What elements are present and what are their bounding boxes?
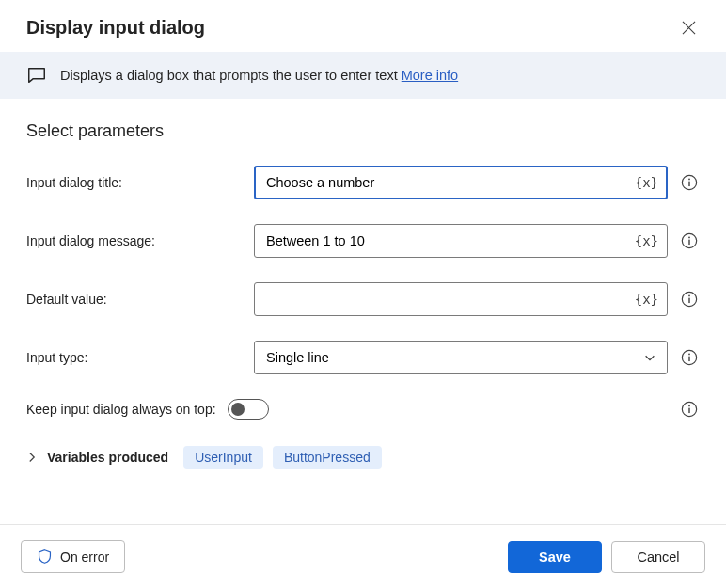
dialog-footer: On error Save Cancel: [0, 524, 726, 588]
message-label: Input dialog message:: [26, 233, 243, 248]
info-icon: [681, 232, 698, 249]
info-button-message[interactable]: [679, 230, 700, 251]
info-button-title[interactable]: [679, 172, 700, 193]
variable-badge[interactable]: UserInput: [183, 446, 263, 469]
banner-text: Displays a dialog box that prompts the u…: [60, 68, 458, 83]
info-icon: [681, 174, 698, 191]
svg-point-13: [688, 405, 690, 407]
on-error-button[interactable]: On error: [21, 540, 125, 573]
title-input[interactable]: [254, 166, 668, 199]
default-label: Default value:: [26, 292, 243, 307]
info-banner: Displays a dialog box that prompts the u…: [0, 52, 726, 99]
variables-label: Variables produced: [47, 450, 168, 465]
type-select[interactable]: Single line: [254, 341, 668, 374]
save-button[interactable]: Save: [508, 541, 602, 573]
toggle-knob: [231, 403, 245, 416]
svg-rect-2: [688, 182, 689, 186]
type-label: Input type:: [26, 350, 243, 365]
default-input[interactable]: [254, 282, 668, 316]
message-input[interactable]: [254, 224, 668, 258]
title-label: Input dialog title:: [26, 175, 243, 190]
variable-picker-button[interactable]: {x}: [633, 231, 660, 250]
svg-point-7: [688, 295, 690, 297]
variable-picker-button[interactable]: {x}: [633, 290, 660, 309]
info-icon: [681, 401, 698, 418]
close-button[interactable]: [678, 17, 700, 39]
info-button-default[interactable]: [679, 289, 700, 310]
shield-icon: [37, 548, 53, 564]
variables-produced-row[interactable]: Variables produced UserInput ButtonPress…: [26, 446, 700, 469]
on-error-label: On error: [60, 549, 109, 564]
info-icon: [681, 349, 698, 366]
ontop-toggle[interactable]: [228, 399, 269, 420]
variable-picker-button[interactable]: {x}: [633, 173, 660, 192]
close-icon: [682, 21, 696, 35]
svg-rect-11: [688, 357, 689, 361]
more-info-link[interactable]: More info: [402, 68, 458, 83]
svg-point-4: [688, 237, 690, 239]
message-icon: [26, 65, 47, 86]
ontop-label: Keep input dialog always on top:: [26, 402, 216, 417]
svg-point-10: [688, 354, 690, 356]
svg-rect-5: [688, 240, 689, 245]
section-title: Select parameters: [26, 121, 700, 141]
svg-point-1: [688, 179, 690, 181]
svg-rect-8: [688, 298, 689, 303]
info-button-type[interactable]: [679, 347, 700, 368]
dialog-title: Display input dialog: [26, 17, 205, 39]
chevron-right-icon: [26, 452, 38, 463]
cancel-button[interactable]: Cancel: [611, 541, 705, 573]
svg-rect-14: [688, 408, 689, 413]
info-icon: [681, 291, 698, 308]
variable-badge[interactable]: ButtonPressed: [273, 446, 382, 469]
info-button-ontop[interactable]: [679, 399, 700, 420]
dialog-header: Display input dialog: [0, 0, 726, 52]
